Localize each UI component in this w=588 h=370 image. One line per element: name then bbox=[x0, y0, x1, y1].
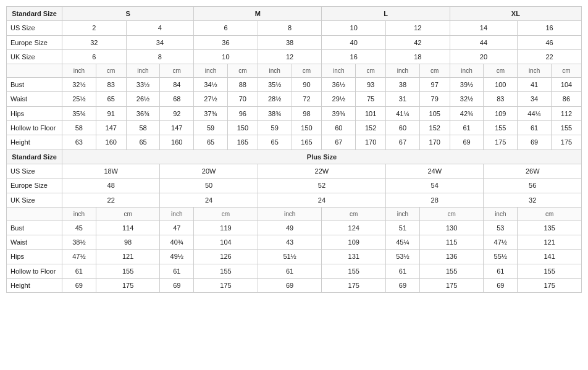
hollow-l2-cm: 152 bbox=[419, 121, 450, 135]
waist-xl-cm: 83 bbox=[484, 92, 518, 106]
plus-us-size-label: US Size bbox=[7, 164, 62, 178]
hips-l-inch: 39¾ bbox=[322, 106, 356, 120]
uk-size-10: 10 bbox=[194, 49, 258, 64]
height-xl-inch: 69 bbox=[450, 135, 484, 149]
plus-waist-20w-inch: 40¾ bbox=[160, 235, 194, 250]
hollow-xl-cm: 155 bbox=[484, 121, 518, 135]
bust-s-inch: 32½ bbox=[62, 78, 96, 92]
height-xl2-inch: 69 bbox=[518, 135, 552, 149]
plus-hips-22w-inch: 51½ bbox=[258, 250, 322, 264]
bust-m-inch: 34½ bbox=[194, 78, 228, 92]
plus-height-label: Height bbox=[7, 279, 62, 293]
height-xl-cm: 175 bbox=[484, 135, 518, 149]
plus-bust-22w-cm: 124 bbox=[322, 221, 386, 235]
hollow-xl2-cm: 155 bbox=[551, 121, 581, 135]
plus-bust-label: Bust bbox=[7, 221, 62, 235]
us-size-14: 14 bbox=[450, 21, 518, 35]
waist-l-inch: 29½ bbox=[322, 92, 356, 106]
bust-xl-inch: 39½ bbox=[450, 78, 484, 92]
plus-us-26w: 26W bbox=[484, 164, 582, 178]
hollow-s-inch: 58 bbox=[62, 121, 96, 135]
eu-size-34: 34 bbox=[126, 35, 194, 49]
hollow-label-std: Hollow to Floor bbox=[7, 121, 62, 135]
waist-l2-cm: 79 bbox=[419, 92, 450, 106]
bust-l-inch: 36½ bbox=[322, 78, 356, 92]
bust-row-std: Bust 32½ 83 33½ 84 34½ 88 35½ 90 36½ 93 … bbox=[7, 78, 582, 92]
plus-us-18w: 18W bbox=[62, 164, 160, 178]
unit-inch-5: inch bbox=[322, 64, 356, 78]
plus-bust-row: Bust 45 114 47 119 49 124 51 130 53 135 bbox=[7, 221, 582, 235]
waist-m2-inch: 28½ bbox=[258, 92, 292, 106]
plus-hollow-18w-cm: 155 bbox=[96, 264, 160, 278]
plus-waist-label: Waist bbox=[7, 235, 62, 250]
unit-cm-3: cm bbox=[227, 64, 258, 78]
plus-waist-22w-inch: 43 bbox=[258, 235, 322, 250]
height-l-cm: 170 bbox=[356, 135, 386, 149]
hollow-row-std: Hollow to Floor 58 147 58 147 59 150 59 … bbox=[7, 121, 582, 135]
hollow-m2-inch: 59 bbox=[258, 121, 292, 135]
plus-uk-28: 28 bbox=[386, 193, 484, 207]
plus-hips-18w-inch: 47½ bbox=[62, 250, 96, 264]
waist-s2-inch: 26½ bbox=[126, 92, 160, 106]
plus-hollow-22w-inch: 61 bbox=[258, 264, 322, 278]
plus-height-18w-cm: 175 bbox=[96, 279, 160, 293]
us-size-6: 6 bbox=[194, 21, 258, 35]
hips-xl2-cm: 112 bbox=[551, 106, 581, 120]
plus-unit-row: inch cm inch cm inch cm inch cm inch cm bbox=[7, 207, 582, 221]
eu-size-40: 40 bbox=[322, 35, 386, 49]
hips-m2-inch: 38¾ bbox=[258, 106, 292, 120]
unit-inch-3: inch bbox=[194, 64, 228, 78]
standard-header-row: Standard Size S M L XL bbox=[7, 7, 582, 21]
uk-size-8: 8 bbox=[126, 49, 194, 64]
plus-size-header: Plus Size bbox=[62, 149, 582, 164]
bust-m-cm: 88 bbox=[227, 78, 258, 92]
plus-hips-18w-cm: 121 bbox=[96, 250, 160, 264]
us-size-10: 10 bbox=[322, 21, 386, 35]
plus-height-26w-inch: 69 bbox=[484, 279, 518, 293]
plus-hollow-row: Hollow to Floor 61 155 61 155 61 155 61 … bbox=[7, 264, 582, 278]
hips-s2-inch: 36¾ bbox=[126, 106, 160, 120]
plus-waist-20w-cm: 104 bbox=[194, 235, 258, 250]
unit-cm-5: cm bbox=[356, 64, 386, 78]
plus-hollow-26w-inch: 61 bbox=[484, 264, 518, 278]
bust-label-std: Bust bbox=[7, 78, 62, 92]
eu-size-42: 42 bbox=[386, 35, 450, 49]
us-size-2: 2 bbox=[62, 21, 127, 35]
plus-unit-cm-3: cm bbox=[322, 207, 386, 221]
bust-xl2-inch: 41 bbox=[518, 78, 552, 92]
height-l2-inch: 67 bbox=[386, 135, 420, 149]
hips-m-inch: 37¾ bbox=[194, 106, 228, 120]
plus-height-row: Height 69 175 69 175 69 175 69 175 69 17… bbox=[7, 279, 582, 293]
waist-m2-cm: 72 bbox=[292, 92, 322, 106]
plus-waist-row: Waist 38½ 98 40¾ 104 43 109 45¼ 115 47½ … bbox=[7, 235, 582, 250]
plus-waist-24w-inch: 45¼ bbox=[386, 235, 420, 250]
plus-uk-24b: 24 bbox=[258, 193, 385, 207]
uk-size-label: UK Size bbox=[7, 49, 62, 64]
plus-hollow-24w-inch: 61 bbox=[386, 264, 420, 278]
plus-waist-18w-cm: 98 bbox=[96, 235, 160, 250]
plus-height-18w-inch: 69 bbox=[62, 279, 96, 293]
hollow-m-cm: 150 bbox=[227, 121, 258, 135]
hips-m-cm: 96 bbox=[227, 106, 258, 120]
plus-hips-26w-cm: 141 bbox=[518, 250, 582, 264]
plus-waist-18w-inch: 38½ bbox=[62, 235, 96, 250]
us-size-8: 8 bbox=[258, 21, 322, 35]
hollow-s-cm: 147 bbox=[96, 121, 126, 135]
hips-s2-cm: 92 bbox=[160, 106, 194, 120]
unit-cm-1: cm bbox=[96, 64, 126, 78]
eu-size-46: 46 bbox=[518, 35, 582, 49]
plus-hollow-20w-inch: 61 bbox=[160, 264, 194, 278]
m-header: M bbox=[194, 7, 322, 21]
height-m2-inch: 65 bbox=[258, 135, 292, 149]
plus-hollow-24w-cm: 155 bbox=[419, 264, 484, 278]
plus-height-22w-inch: 69 bbox=[258, 279, 322, 293]
plus-unit-cm-5: cm bbox=[518, 207, 582, 221]
plus-us-24w: 24W bbox=[386, 164, 484, 178]
height-row-std: Height 63 160 65 160 65 165 65 165 67 17… bbox=[7, 135, 582, 149]
plus-europe-size-label: Europe Size bbox=[7, 179, 62, 193]
us-size-12: 12 bbox=[386, 21, 450, 35]
unit-inch-2: inch bbox=[126, 64, 160, 78]
plus-unit-cm-2: cm bbox=[194, 207, 258, 221]
hips-row-std: Hips 35¾ 91 36¾ 92 37¾ 96 38¾ 98 39¾ 101… bbox=[7, 106, 582, 120]
eu-size-32: 32 bbox=[62, 35, 127, 49]
